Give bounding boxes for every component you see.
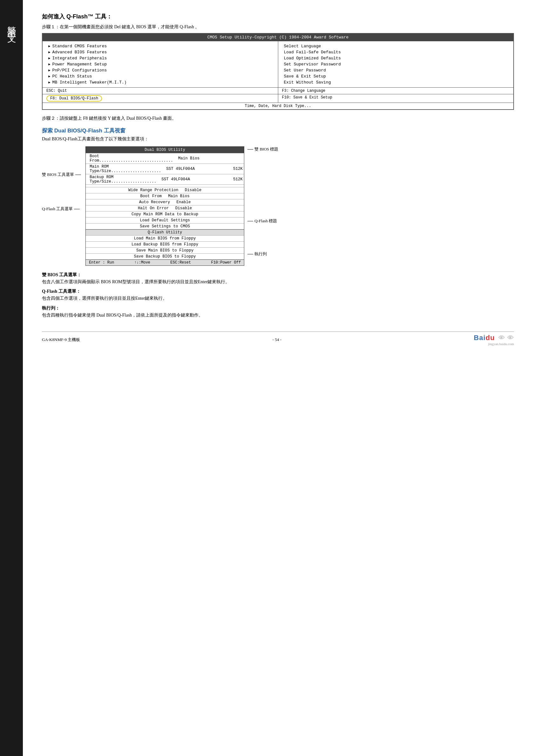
bios-right-item-1: Select Language bbox=[284, 44, 321, 49]
diag-opt-loaddefault: Load Default Settings bbox=[86, 217, 244, 223]
annotation-exec-body: 包含四種執行指令鍵來使用 Dual BIOS/Q-Flash，請依上面所提及的指… bbox=[42, 312, 514, 319]
diag-backup-rom-value: SST 49LF004A bbox=[159, 176, 216, 182]
diag-qflash-item-4: Save Backup BIOS to Floppy bbox=[86, 254, 244, 259]
bios-row-1: ► Standard CMOS Features bbox=[48, 43, 272, 49]
bios-item-2: Advanced BIOS Features bbox=[52, 50, 107, 55]
step2-text: 步驟２：請按鍵盤上 F8 鍵然後按 Y 鍵進入 Dual BIOS/Q-Flas… bbox=[42, 116, 514, 121]
footer-logo: Baidu 👁 👁 jingyan.baidu.com bbox=[474, 334, 514, 346]
bios-row-5: ► PnP/PCI Configurations bbox=[48, 67, 272, 73]
left-label-qflash-text: Q-Flash 工具選單 bbox=[42, 206, 73, 212]
diag-opt-widerange: Wide Range Protection Disable bbox=[86, 187, 244, 193]
bios-arrow-7: ► bbox=[48, 81, 50, 85]
bios-footer-f3: F3: Change Language bbox=[278, 88, 514, 94]
diag-bottom-bar: Enter : Run ↑↓:Move ESC:Reset F10:Power … bbox=[86, 259, 244, 265]
diag-opt-loaddefault-label: Load Default Settings bbox=[140, 218, 190, 223]
bios-arrow-1: ► bbox=[48, 44, 50, 48]
right-label-exec-text: 執行列 bbox=[254, 251, 267, 257]
diag-opt-bootfrom-label: Boot From bbox=[140, 194, 162, 199]
diag-backup-rom-size: 512K bbox=[216, 176, 244, 182]
bios-left-col: ► Standard CMOS Features ► Advanced BIOS… bbox=[42, 41, 278, 87]
diag-enter: Enter : Run bbox=[89, 260, 114, 265]
section2-heading: 探索 Dual BIOS/Q-Flash 工具視窗 bbox=[42, 127, 514, 134]
annotation-exec: 執行列： 包含四種執行指令鍵來使用 Dual BIOS/Q-Flash，請依上面… bbox=[42, 306, 514, 319]
footer-left: GA-K8NMF-9 主機板 bbox=[42, 337, 80, 342]
qflash-item-4-label: Save Backup BIOS to Floppy bbox=[134, 254, 196, 259]
right-label-exec-spacer: 執行列 bbox=[247, 251, 278, 257]
diag-qflash-item-2: Load Backup BIOS from Floppy bbox=[86, 241, 244, 247]
diag-qflash-item-3: Save Main BIOS to Floppy bbox=[86, 247, 244, 254]
bios-arrow-3: ► bbox=[48, 57, 50, 60]
bios-right-item-4: Set Supervisor Password bbox=[284, 62, 341, 67]
baidu-logo-text: Baidu 👁 👁 bbox=[474, 334, 514, 342]
diag-opt-autorecovery: Auto Recovery Enable bbox=[86, 199, 244, 205]
page-footer: GA-K8NMF-9 主機板 - 54 - Baidu 👁 👁 jingyan.… bbox=[42, 332, 514, 346]
f8-highlight-label: F8: Dual BIOS/Q-Flash bbox=[46, 95, 102, 102]
right-labels: 雙 BIOS 標題 Q-Flash 標題 執行列 bbox=[247, 147, 278, 257]
diag-main-rom-value: SST 49LF004A bbox=[164, 166, 217, 172]
diag-opt-autorecovery-val: Enable bbox=[176, 200, 191, 204]
diag-backup-rom-label: Backup ROM Type/Size................... bbox=[86, 174, 159, 184]
bios-right-item-7: Exit Without Saving bbox=[284, 80, 331, 85]
bios-right-item-6: Save & Exit Setup bbox=[284, 74, 326, 79]
diag-f10: F10:Power Off bbox=[211, 260, 241, 265]
annotation-exec-title: 執行列： bbox=[42, 306, 514, 311]
diag-qflash-item-1: Load Main BIOS from Floppy bbox=[86, 235, 244, 241]
bios-row-2: ► Advanced BIOS Features bbox=[48, 49, 272, 55]
bios-row-3: ► Integrated Peripherals bbox=[48, 55, 272, 61]
bios-item-1: Standard CMOS Features bbox=[52, 44, 107, 49]
bios-item-4: Power Management Setup bbox=[52, 62, 107, 67]
bios-right-col: Select Language Load Fail-Safe Defaults … bbox=[278, 41, 514, 87]
diag-opt-bootfrom: Boot From Main Bios bbox=[86, 193, 244, 199]
diag-boot-value: Main Bios bbox=[176, 156, 244, 161]
annotation-dual-bios: 雙 BIOS 工具選單： 包含八個工作選項與兩個顯示 BIOS ROM型號項目，… bbox=[42, 272, 514, 285]
left-label-dual-bios-text: 雙 BIOS 工具選單 bbox=[42, 172, 74, 177]
sidebar: 繁體中文 bbox=[0, 0, 23, 756]
bios-row-4: ► Power Management Setup bbox=[48, 61, 272, 67]
left-label-qflash: Q-Flash 工具選單 bbox=[42, 206, 81, 212]
right-label-line1 bbox=[247, 149, 253, 149]
section2-intro: Dual BIOS/Q-Flash工具畫面包含了以下幾個主要選項： bbox=[42, 136, 514, 142]
diag-boot-row: Boot From...............................… bbox=[86, 153, 244, 164]
sidebar-label: 繁體中文 bbox=[4, 19, 19, 29]
right-label-line3 bbox=[247, 254, 253, 254]
bios-footer-esc: ESC: Quit bbox=[42, 88, 278, 94]
right-label-qflash-title: Q-Flash 標題 bbox=[247, 218, 278, 224]
bios-right-item-2: Load Fail-Safe Defaults bbox=[284, 50, 341, 55]
bios-time-row: Time, Date, Hard Disk Type... bbox=[42, 102, 513, 109]
diag-boot-label: Boot From............................... bbox=[86, 153, 176, 164]
annotation-qflash-body: 包含四個工作選項，選擇所要執行的項目並且按Enter鍵來執行。 bbox=[42, 295, 514, 302]
qflash-section-title: Q-Flash Utility bbox=[86, 229, 244, 235]
bios-item-6: PC Health Status bbox=[52, 74, 92, 79]
footer-center: - 54 - bbox=[272, 337, 281, 342]
diag-opt-savesettings: Save Settings to CMOS bbox=[86, 223, 244, 229]
bios-right-item-3: Load Optimized Defaults bbox=[284, 56, 341, 61]
right-label-exec: 執行列 bbox=[247, 251, 278, 257]
main-content: 如何進入 Q-Flash™ 工具： 步驟１：在第一個開機畫面您必須按 Del 鍵… bbox=[23, 0, 533, 756]
diag-main-rom-row: Main ROM Type/Size..................... … bbox=[86, 164, 244, 174]
right-label-qflash-text: Q-Flash 標題 bbox=[254, 218, 277, 224]
bios-row-7: ► MB Intelligent Tweaker(M.I.T.) bbox=[48, 79, 272, 85]
bios-right-item-5: Set User Password bbox=[284, 68, 326, 73]
diag-move: ↑↓:Move bbox=[134, 260, 150, 265]
annotation-qflash: Q-Flash 工具選單： 包含四個工作選項，選擇所要執行的項目並且按Enter… bbox=[42, 289, 514, 302]
bios-table-body: ► Standard CMOS Features ► Advanced BIOS… bbox=[42, 41, 513, 87]
right-label-dual-text: 雙 BIOS 標題 bbox=[254, 147, 278, 152]
bios-arrow-2: ► bbox=[48, 50, 50, 54]
qflash-item-3-label: Save Main BIOS to Floppy bbox=[136, 248, 193, 253]
left-label-dual-bios: 雙 BIOS 工具選單 bbox=[42, 172, 81, 177]
bios-f8-col-right: F10: Save & Exit Setup bbox=[278, 94, 514, 102]
diag-opt-widerange-val: Disable bbox=[185, 188, 202, 192]
left-label-line1 bbox=[75, 175, 81, 175]
bios-arrow-4: ► bbox=[48, 63, 50, 67]
diag-opt-copymain-label: Copy Main ROM Data to Backup bbox=[131, 212, 198, 217]
bios-item-3: Integrated Peripherals bbox=[52, 56, 107, 61]
right-label-qflash-spacer: Q-Flash 標題 bbox=[247, 218, 278, 224]
step1-text: 步驟１：在第一個開機畫面您必須按 Del 鍵進入 BIOS 選單，才能使用 Q-… bbox=[42, 24, 514, 30]
annotation-dual-bios-title: 雙 BIOS 工具選單： bbox=[42, 272, 514, 278]
qflash-item-1-label: Load Main BIOS from Floppy bbox=[134, 236, 196, 241]
bios-footer-row1: ESC: Quit F3: Change Language bbox=[42, 87, 513, 94]
left-labels: 雙 BIOS 工具選單 Q-Flash 工具選單 bbox=[42, 147, 81, 228]
diag-opt-widerange-label: Wide Range Protection bbox=[128, 188, 179, 192]
bios-row-6: ► PC Health Status bbox=[48, 73, 272, 79]
diag-main-rom-size: 512K bbox=[217, 166, 244, 172]
